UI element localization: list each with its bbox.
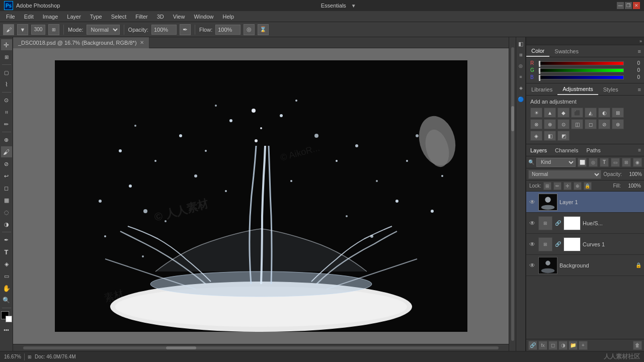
menu-filter[interactable]: Filter — [131, 13, 151, 21]
panel-toggle-icon3[interactable]: ◎ — [516, 61, 525, 70]
spot-healing-tool[interactable]: ⊕ — [1, 134, 12, 145]
menu-file[interactable]: File — [2, 13, 19, 21]
opacity-input[interactable] — [151, 25, 177, 35]
close-button[interactable]: ✕ — [633, 2, 640, 9]
brush-tool[interactable]: 🖌 — [1, 146, 12, 157]
tab-swatches[interactable]: Swatches — [549, 46, 584, 56]
lock-position-icon[interactable]: ✛ — [564, 182, 572, 190]
panel-toggle-icon1[interactable]: ◧ — [516, 39, 525, 48]
filter-pixel-icon[interactable]: ⬜ — [578, 158, 587, 167]
smoothing-icon[interactable]: ⌛ — [258, 24, 269, 35]
layer-row[interactable]: 👁 Layer 1 — [526, 192, 644, 213]
adj-posterize-icon[interactable]: ⊘ — [598, 119, 610, 129]
background-color[interactable] — [6, 316, 12, 322]
filter-type-icon[interactable]: T — [600, 158, 609, 167]
canvas-container[interactable]: © 人人素材 © AikoR... 素材 — [13, 48, 509, 344]
hand-tool[interactable]: ✋ — [1, 283, 12, 294]
blend-mode-select[interactable]: Normal — [87, 25, 120, 35]
tab-channels[interactable]: Channels — [551, 145, 582, 155]
layer-visibility-toggle[interactable]: 👁 — [528, 261, 536, 269]
layer-visibility-toggle[interactable]: 👁 — [528, 219, 536, 227]
rectangle-tool[interactable]: ▭ — [1, 270, 12, 282]
collapse-panels-icon[interactable]: » — [639, 39, 642, 44]
color-panel-menu[interactable]: ≡ — [635, 48, 644, 54]
flow-icon[interactable]: ◎ — [244, 24, 255, 35]
filter-toggle[interactable]: ◉ — [633, 158, 642, 167]
adj-colorbalance-icon[interactable]: ⊞ — [612, 108, 624, 118]
delete-layer-button[interactable]: 🗑 — [633, 341, 642, 350]
adj-photofilter-icon[interactable]: ⊕ — [544, 119, 556, 129]
menu-type[interactable]: Type — [86, 13, 106, 21]
type-tool[interactable]: T — [1, 246, 12, 257]
menu-3d[interactable]: 3D — [153, 13, 168, 21]
layers-panel-menu[interactable]: ≡ — [635, 147, 644, 153]
brush-toggle1[interactable]: ⊞ — [48, 24, 59, 35]
panel-toggle-icon2[interactable]: ⊞ — [516, 50, 525, 59]
status-icon[interactable]: ⊞ — [28, 354, 32, 359]
filter-adjustment-icon[interactable]: ◎ — [589, 158, 598, 167]
layer-link-button[interactable]: 🔗 — [528, 341, 537, 350]
layer-row[interactable]: 👁 ⊞ 🔗 Hue/S... — [526, 213, 644, 234]
eraser-tool[interactable]: ◻ — [1, 183, 12, 194]
layer-blend-mode-select[interactable]: Normal — [528, 170, 601, 179]
menu-view[interactable]: View — [169, 13, 189, 21]
minimize-button[interactable]: — — [617, 2, 624, 9]
fg-bg-color-area[interactable] — [0, 310, 13, 323]
lock-all-icon[interactable]: 🔒 — [584, 182, 592, 190]
menu-help[interactable]: Help — [219, 13, 238, 21]
tab-libraries[interactable]: Libraries — [526, 84, 557, 95]
layer-kind-filter[interactable]: Kind — [536, 158, 576, 167]
adj-exposure-icon[interactable]: ⬛ — [571, 108, 583, 118]
adj-invert-icon[interactable]: ◻ — [585, 119, 597, 129]
layer-adjustment-button[interactable]: ◑ — [558, 341, 568, 350]
history-brush-tool[interactable]: ↩ — [1, 170, 12, 182]
lock-artboard-icon[interactable]: ⊕ — [574, 182, 582, 190]
layer-visibility-toggle[interactable]: 👁 — [528, 198, 536, 206]
dodge-tool[interactable]: ◑ — [1, 219, 12, 230]
airbrush-icon[interactable]: ✒ — [180, 24, 191, 35]
quick-selection-tool[interactable]: ⊙ — [1, 95, 12, 106]
gradient-tool[interactable]: ▦ — [1, 195, 12, 206]
zoom-tool[interactable]: 🔍 — [1, 295, 12, 306]
maximize-button[interactable]: ❐ — [625, 2, 632, 9]
pen-tool[interactable]: ✒ — [1, 234, 12, 245]
path-selection-tool[interactable]: ◈ — [1, 258, 12, 269]
lock-transparency-icon[interactable]: ⊞ — [543, 182, 551, 190]
tab-styles[interactable]: Styles — [598, 84, 623, 95]
rectangular-marquee-tool[interactable]: ▢ — [1, 67, 12, 78]
tab-adjustments[interactable]: Adjustments — [557, 84, 598, 95]
blur-tool[interactable]: ◌ — [1, 207, 12, 218]
menu-select[interactable]: Select — [107, 13, 131, 21]
new-layer-button[interactable]: + — [579, 341, 588, 350]
menu-image[interactable]: Image — [39, 13, 62, 21]
filter-shape-icon[interactable]: ▭ — [611, 158, 620, 167]
brush-tool-icon[interactable]: 🖌 — [3, 24, 14, 35]
lock-pixels-icon[interactable]: ✏ — [553, 182, 561, 190]
menu-window[interactable]: Window — [190, 13, 217, 21]
flow-input[interactable] — [215, 25, 240, 35]
menu-edit[interactable]: Edit — [20, 13, 38, 21]
panel-toggle-icon4[interactable]: ≡ — [516, 72, 525, 81]
adj-hue-icon[interactable]: ◐ — [598, 108, 610, 118]
canvas[interactable]: © 人人素材 © AikoR... 素材 — [55, 60, 467, 332]
panel-toggle-icon6[interactable]: 🔵 — [516, 95, 525, 104]
adj-selectivecolor-icon[interactable]: ◧ — [544, 131, 556, 141]
essentials-dropdown-icon[interactable]: ▼ — [351, 3, 356, 9]
layer-group-button[interactable]: 📁 — [569, 341, 578, 350]
crop-tool[interactable]: ⌗ — [1, 107, 12, 118]
layer-row[interactable]: 👁 Background 🔒 — [526, 255, 644, 276]
tab-layers[interactable]: Layers — [526, 145, 551, 155]
move-tool[interactable]: ✛ — [1, 39, 12, 50]
adj-curves-icon[interactable]: ◆ — [557, 108, 570, 118]
adj-levels-icon[interactable]: ▲ — [544, 108, 556, 118]
close-tab-icon[interactable]: ✕ — [140, 40, 144, 45]
extra-tools[interactable]: ••• — [1, 324, 12, 335]
adj-channelmixer-icon[interactable]: ⊙ — [557, 119, 570, 129]
adj-gradientmap-icon[interactable]: ◈ — [530, 131, 542, 141]
adj-brightness-icon[interactable]: ☀ — [530, 108, 542, 118]
artboard-tool[interactable]: ⊞ — [1, 51, 12, 62]
eyedropper-tool[interactable]: ✏ — [1, 119, 12, 130]
horizontal-scrollbar[interactable] — [13, 344, 509, 351]
vertical-scrollbar[interactable] — [509, 37, 516, 351]
layer-chain-icon[interactable]: 🔗 — [554, 220, 561, 227]
